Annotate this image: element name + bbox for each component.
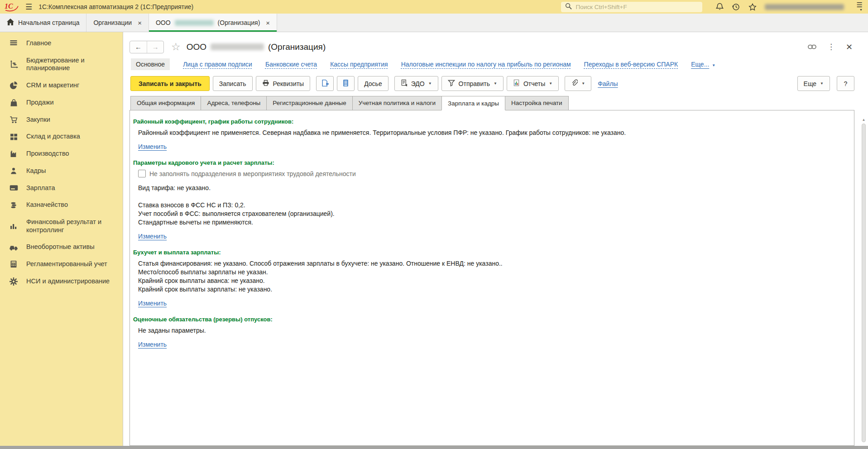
section-header: Районный коэффициент, график работы сотр… — [133, 118, 849, 125]
sidebar-item[interactable]: CRM и маркетинг — [0, 77, 123, 94]
1c-logo-icon: 1С — [5, 2, 19, 12]
change-link[interactable]: Изменить — [138, 143, 167, 150]
scroll-up-icon[interactable]: ▲ — [861, 116, 867, 123]
form-tab[interactable]: Регистрационные данные — [266, 96, 352, 110]
chevron-down-icon: ▼ — [712, 63, 715, 67]
back-button[interactable]: ← — [130, 41, 147, 53]
change-link[interactable]: Изменить — [138, 233, 167, 240]
truck-icon — [9, 244, 19, 251]
chevron-down-icon: ▼ — [549, 81, 552, 86]
attachments-button[interactable]: ▼ — [565, 76, 591, 91]
tab-home-label: Начальная страница — [18, 19, 79, 26]
main-hamburger-icon[interactable]: ☰ — [25, 3, 32, 11]
search-icon — [565, 3, 572, 11]
factory-icon — [9, 150, 19, 158]
nav-link[interactable]: Еще...▼ — [691, 61, 715, 68]
section-vacation-reserves: Оценочные обязательства (резервы) отпуск… — [133, 316, 849, 350]
sidebar-item[interactable]: Закупки — [0, 111, 123, 129]
sidebar-item[interactable]: Бюджетирование и планирование — [0, 52, 123, 77]
sidebar-item[interactable]: НСИ и администрирование — [0, 273, 123, 290]
nav-link[interactable]: Переходы в веб-версию СПАРК▼ — [584, 61, 678, 68]
sidebar-item[interactable]: Кадры — [0, 162, 123, 180]
gear-icon — [9, 277, 19, 286]
skip-departments-checkbox[interactable] — [138, 170, 146, 177]
copy-link-icon[interactable] — [808, 44, 816, 49]
change-link[interactable]: Изменить — [138, 341, 167, 348]
tab-organization-card[interactable]: ООО (Организация) × — [149, 14, 277, 32]
card-icon — [9, 185, 19, 191]
edo-document-icon — [401, 79, 408, 88]
form-area: ← → ☆ ООО (Организация) ⋮ ✕ Основное▼ — [123, 32, 868, 446]
more-actions-icon[interactable]: ⋮ — [827, 42, 835, 52]
pie-chart-icon — [9, 81, 19, 89]
reports-button[interactable]: Отчеты ▼ — [507, 76, 559, 91]
requisites-button[interactable]: Реквизиты — [256, 76, 311, 91]
form-tab[interactable]: Учетная политика и налоги — [352, 96, 441, 110]
nav-link[interactable]: Лица с правом подписи▼ — [183, 61, 252, 68]
close-icon[interactable]: × — [266, 19, 270, 26]
form-tab[interactable]: Зарплата и кадры — [441, 96, 505, 110]
tab-org-suffix: (Организация) — [218, 19, 260, 26]
form-tab[interactable]: Адреса, телефоны — [201, 96, 266, 110]
sidebar-item-label: Казначейство — [26, 201, 68, 209]
nav-link[interactable]: Банковские счета▼ — [265, 61, 317, 68]
nav-link[interactable]: Основное▼ — [131, 58, 170, 70]
bottom-scroll-strip[interactable] — [0, 446, 868, 449]
nav-link[interactable]: Кассы предприятия▼ — [330, 61, 388, 68]
counterparty-check-button[interactable] — [316, 76, 334, 91]
history-icon[interactable] — [732, 3, 740, 11]
section-text: Крайний срок выплаты зарплаты: не указан… — [133, 285, 849, 294]
registry-list-button[interactable] — [337, 76, 355, 91]
edo-button[interactable]: ЭДО ▼ — [394, 76, 438, 91]
close-icon[interactable]: × — [138, 19, 142, 26]
section-text: Стандартные вычеты не применяются. — [133, 218, 849, 227]
paperclip-icon — [571, 79, 578, 88]
form-tab[interactable]: Общая информация — [130, 96, 201, 110]
section-hr-parameters: Параметры кадрового учета и расчет зарпл… — [133, 159, 849, 242]
sidebar-item-label: Главное — [26, 39, 51, 48]
search-input[interactable] — [575, 3, 698, 11]
save-and-close-button[interactable]: Записать и закрыть — [130, 76, 210, 91]
planning-icon — [9, 60, 19, 69]
sidebar-item[interactable]: Внеоборотные активы — [0, 239, 123, 256]
sidebar-item[interactable]: Финансовый результат и контроллинг — [0, 214, 123, 239]
current-user-name-redacted[interactable] — [765, 4, 844, 10]
favorites-star-icon[interactable] — [748, 3, 757, 11]
vertical-scrollbar[interactable]: ▲ — [861, 116, 867, 446]
change-link[interactable]: Изменить — [138, 300, 167, 307]
close-form-icon[interactable]: ✕ — [846, 42, 853, 52]
files-link[interactable]: Файлы — [598, 80, 618, 87]
form-tab[interactable]: Настройка печати — [505, 96, 569, 110]
tab-organizations[interactable]: Организации × — [86, 14, 149, 32]
global-search[interactable] — [561, 2, 702, 12]
section-text: Районный коэффициент не применяется. Сев… — [133, 129, 849, 137]
tab-home[interactable]: Начальная страница — [0, 14, 86, 32]
sidebar-item[interactable]: Зарплата — [0, 180, 123, 197]
sidebar-item-label: Продажи — [26, 99, 54, 107]
coins-icon — [9, 201, 19, 209]
help-button[interactable]: ? — [837, 76, 854, 91]
favorite-star-icon[interactable]: ☆ — [171, 41, 181, 53]
org-name-redacted — [211, 43, 264, 50]
save-button[interactable]: Записать — [213, 76, 253, 91]
sidebar-item[interactable]: Склад и доставка — [0, 128, 123, 145]
sidebar-item[interactable]: Регламентированный учет — [0, 256, 123, 273]
section-text: Статья финансирования: не указано. Спосо… — [133, 259, 849, 268]
sidebar-item-label: Внеоборотные активы — [26, 243, 95, 251]
forward-button[interactable]: → — [147, 41, 163, 53]
notifications-bell-icon[interactable] — [716, 3, 724, 11]
send-button[interactable]: Отправить ▼ — [441, 76, 504, 91]
sidebar-item[interactable]: Казначейство — [0, 196, 123, 214]
sidebar-item[interactable]: Продажи — [0, 94, 123, 111]
funnel-icon — [448, 79, 455, 88]
section-text: Крайний срок выплаты аванса: не указано. — [133, 277, 849, 285]
more-button[interactable]: Еще ▼ — [797, 76, 830, 91]
nav-link[interactable]: Налоговые инспекции по налогу на прибыль… — [401, 61, 571, 68]
titlebar-menu-icon[interactable]: ☰▼ — [857, 2, 863, 11]
dossier-button[interactable]: Досье — [358, 76, 388, 91]
calculator-icon — [9, 260, 19, 268]
scrollbar-thumb[interactable] — [862, 124, 866, 442]
sidebar-item[interactable]: Производство — [0, 145, 123, 162]
sidebar-item[interactable]: Главное — [0, 35, 123, 52]
chevron-down-icon: ▼ — [428, 81, 432, 86]
